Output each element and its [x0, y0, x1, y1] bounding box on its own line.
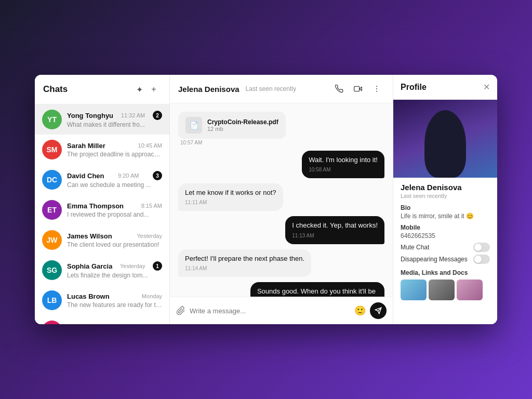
media-thumbs [401, 280, 490, 300]
message-time: 11:11 AM [185, 199, 276, 206]
media-thumb-1[interactable] [401, 280, 427, 300]
mobile-label: Mobile [401, 224, 490, 231]
svg-marker-0 [360, 87, 362, 91]
chat-contact-status: Last seen recently [246, 85, 296, 92]
chat-name: Isabella Martinez [67, 323, 121, 325]
chat-time: 9:20 AM [118, 172, 139, 179]
avatar: YT [42, 110, 62, 129]
chat-list-item[interactable]: SM Sarah Miller 10:45 AM The project dea… [35, 135, 169, 165]
message-text: I checked it. Yep, that works! [292, 221, 378, 230]
chat-preview: The new features are ready for te... [67, 301, 162, 309]
media-thumb-3[interactable] [457, 280, 483, 300]
message-bubble: Let me know if it works or not? 11:11 AM [178, 183, 283, 211]
profile-photo-figure [424, 110, 466, 178]
file-icon: 📄 [185, 117, 202, 134]
profile-title: Profile [401, 83, 483, 92]
chat-name: James Wilson [67, 232, 112, 240]
chat-list-item[interactable]: YT Yong Tonghyu 11:32 AM 2 What makes it… [35, 104, 169, 135]
chat-list: YT Yong Tonghyu 11:32 AM 2 What makes it… [35, 104, 169, 324]
chat-preview: What makes it different fro... [67, 121, 162, 128]
chat-info: Lucas Brown Monday The new features are … [67, 292, 162, 309]
chat-time: Yesterday [137, 233, 162, 239]
file-info: CryptoCoin-Release.pdf 12 mb [207, 118, 278, 132]
chat-info: Sophia Garcia Yesterday 1 Lets finalize … [67, 261, 162, 279]
video-call-button[interactable] [350, 81, 366, 97]
profile-panel: Profile ✕ Jelena Denisova Last seen rece… [393, 75, 497, 324]
chat-list-header: Chats ✦ + [35, 75, 169, 104]
chat-info: Yong Tonghyu 11:32 AM 2 What makes it di… [67, 111, 162, 128]
chat-list-panel: Chats ✦ + YT Yong Tonghyu 11:32 AM 2 Wha… [35, 75, 170, 324]
attach-button[interactable] [176, 306, 185, 315]
unread-badge: 1 [153, 261, 162, 271]
new-chat-button[interactable]: + [147, 82, 161, 97]
chat-name: Yong Tonghyu [67, 112, 113, 119]
message-bubble: Sounds good. When do you think it'll be … [250, 282, 384, 297]
chat-info: David Chen 9:20 AM 3 Can we schedule a m… [67, 171, 162, 189]
message-row: 📄 CryptoCoin-Release.pdf 12 mb 10:57 AM [178, 112, 384, 145]
svg-point-4 [376, 91, 377, 92]
messages-area: 📄 CryptoCoin-Release.pdf 12 mb 10:57 AM … [170, 103, 393, 297]
chat-header: Jelena Denisova Last seen recently [170, 75, 393, 103]
message-time: 10:57 AM [180, 140, 202, 145]
chat-preview: The project deadline is approachi... [67, 151, 162, 158]
message-row: Wait. I'm looking into it! 10:58 AM [178, 151, 384, 178]
disappearing-messages-row: Disappearing Messages [401, 255, 490, 264]
chat-header-actions [331, 81, 384, 97]
mute-chat-label: Mute Chat [401, 244, 429, 251]
more-options-button[interactable] [369, 81, 384, 97]
media-thumb-2[interactable] [429, 280, 455, 300]
message-text: Perfect! I'll prepare the next phase the… [185, 254, 304, 263]
message-input-area: 🙂 [170, 297, 393, 324]
chat-list-item[interactable]: DC David Chen 9:20 AM 3 Can we schedule … [35, 165, 169, 195]
message-row: Let me know if it works or not? 11:11 AM [178, 183, 384, 211]
profile-header: Profile ✕ [393, 75, 497, 100]
chat-preview: The client loved our presentation! [67, 241, 162, 248]
chat-time: 11:32 AM [121, 112, 145, 118]
theme-toggle-button[interactable]: ✦ [132, 82, 147, 97]
chat-name: Sophia Garcia [67, 262, 112, 270]
profile-info: Jelena Denisova Last seen recently Bio L… [393, 178, 497, 324]
message-row: Sounds good. When do you think it'll be … [178, 282, 384, 297]
bio-label: Bio [401, 204, 490, 211]
message-time: 11:14 AM [185, 265, 304, 272]
chat-time: Sunday [143, 323, 162, 324]
unread-badge: 2 [153, 111, 162, 120]
mobile-value: 6462662535 [401, 232, 490, 240]
message-time: 11:13 AM [292, 232, 378, 240]
chat-list-item[interactable]: JW James Wilson Yesterday The client lov… [35, 225, 169, 255]
message-bubble: I checked it. Yep, that works! 11:13 AM [285, 216, 384, 244]
mute-chat-toggle[interactable] [473, 243, 490, 252]
chat-contact-name: Jelena Denisova [178, 85, 240, 94]
message-row: I checked it. Yep, that works! 11:13 AM [178, 216, 384, 244]
disappearing-label: Disappearing Messages [401, 256, 468, 263]
chat-list-item[interactable]: SG Sophia Garcia Yesterday 1 Lets finali… [35, 255, 169, 285]
chat-info: Emma Thompson 8:15 AM I reviewed the pro… [67, 202, 162, 218]
emoji-button[interactable]: 🙂 [354, 305, 366, 316]
chat-time: 8:15 AM [141, 203, 162, 209]
send-button[interactable] [370, 302, 387, 319]
disappearing-toggle[interactable] [473, 255, 490, 264]
bio-value: Life is mirror, smile at it 😊 [401, 212, 490, 220]
file-size: 12 mb [207, 126, 278, 132]
svg-point-3 [376, 88, 377, 89]
file-bubble[interactable]: 📄 CryptoCoin-Release.pdf 12 mb [178, 112, 286, 139]
unread-badge: 3 [153, 171, 162, 180]
app-window: Chats ✦ + YT Yong Tonghyu 11:32 AM 2 Wha… [35, 75, 497, 324]
message-row: Perfect! I'll prepare the next phase the… [178, 249, 384, 277]
message-input[interactable] [190, 307, 350, 315]
profile-photo [393, 100, 497, 178]
chat-time: Monday [142, 293, 162, 299]
chat-preview: Can we schedule a meeting ... [67, 181, 162, 189]
avatar: SM [42, 140, 62, 159]
svg-rect-1 [354, 86, 360, 91]
svg-point-2 [376, 86, 377, 87]
chat-list-item[interactable]: LB Lucas Brown Monday The new features a… [35, 285, 169, 315]
message-bubble: Perfect! I'll prepare the next phase the… [178, 249, 311, 277]
close-profile-button[interactable]: ✕ [483, 82, 490, 92]
chat-preview: Lets finalize the design tom... [67, 272, 162, 279]
voice-call-button[interactable] [331, 81, 347, 97]
avatar: JW [42, 230, 62, 250]
chat-list-item[interactable]: ET Emma Thompson 8:15 AM I reviewed the … [35, 195, 169, 225]
chat-list-item[interactable]: IM Isabella Martinez Sunday Great work o… [35, 315, 169, 324]
message-bubble: Wait. I'm looking into it! 10:58 AM [302, 151, 384, 178]
